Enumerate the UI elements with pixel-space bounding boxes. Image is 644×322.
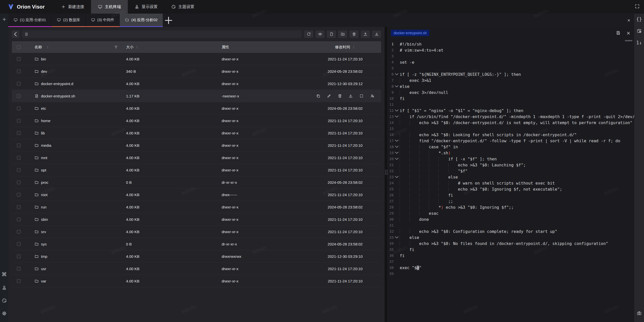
palette-icon[interactable] [2,298,7,303]
file-name[interactable]: proc [41,180,48,185]
file-name[interactable]: bin [41,57,46,61]
open-file-badge[interactable]: docker-entrypoint.sh [391,30,429,36]
file-row[interactable]: sys0 Bdr-xr-xr-x2024-05-28 23:58:02 [12,238,381,250]
brand[interactable]: Orion Visor [0,4,54,10]
file-row[interactable]: srv4.00 KBdrwxr-xr-x2021-11-24 17:20:10 [12,226,381,238]
terminal-tab[interactable]: (1) 应用-分析01 [8,14,52,27]
panel-resizer[interactable] [385,27,387,322]
file-row[interactable]: docker-entrypoint.sh1.17 KB-rwxrwxr-x [12,90,381,102]
file-row[interactable]: sbin4.00 KBdrwxr-xr-x2021-11-24 17:20:10 [12,213,381,226]
file-name[interactable]: docker-entrypoint.d [41,82,73,86]
menu-item[interactable]: 主机终端 [91,0,128,14]
preview-button[interactable] [315,30,325,38]
row-checkbox[interactable] [17,242,21,246]
file-name[interactable]: tmp [41,254,47,259]
close-panel-icon[interactable]: × [627,18,630,23]
menu-item[interactable]: 新建连接 [54,0,91,14]
fullscreen-icon[interactable] [635,4,640,9]
file-name[interactable]: home [41,119,51,123]
fold-chevron-icon[interactable] [394,71,400,77]
file-row[interactable]: tmp4.00 KBdrwxrwxrwx2021-12-30 03:29:10 [12,250,381,263]
file-name[interactable]: lib [41,131,45,135]
file-name[interactable]: usr [41,267,46,271]
command-icon[interactable]: ⌘ [2,271,7,277]
file-row[interactable]: proc0 Bdr-xr-xr-x2024-05-28 23:58:02 [12,176,381,189]
file-name[interactable]: mnt [41,156,47,160]
file-name[interactable]: etc [41,106,46,111]
file-row[interactable]: home4.00 KBdrwxr-xr-x2021-11-24 17:20:10 [12,115,381,127]
file-row[interactable]: lib4.00 KBdrwxr-xr-x2021-11-24 17:20:10 [12,127,381,139]
row-checkbox[interactable] [17,131,21,135]
file-row[interactable]: opt4.00 KBdrwxr-xr-x2021-11-24 17:20:10 [12,164,381,176]
row-checkbox[interactable] [17,119,21,123]
file-row[interactable]: dev340 Bdrwxr-xr-x2024-05-28 23:58:02 [12,65,381,78]
terminal-tab[interactable]: (2) 数据库 [52,14,86,27]
row-checkbox[interactable] [17,94,21,98]
close-editor-icon[interactable]: × [626,30,630,36]
fold-chevron-icon[interactable] [394,156,400,162]
row-checkbox[interactable] [17,144,21,147]
file-row[interactable]: var4.00 KBdrwxr-xr-x2021-11-24 17:20:10 [12,275,381,287]
row-checkbox[interactable] [17,82,21,86]
file-row[interactable]: root4.00 KBdrwx------2021-11-24 17:20:10 [12,189,381,201]
row-checkbox[interactable] [17,230,21,234]
gear-icon[interactable] [2,311,7,316]
fold-chevron-icon[interactable] [394,114,400,120]
delete-icon[interactable] [338,94,342,98]
filter-icon[interactable] [114,45,118,49]
menu-item[interactable]: 主题设置 [165,0,201,14]
sort-name-icon[interactable] [46,46,49,49]
file-name[interactable]: dev [41,69,47,74]
row-checkbox[interactable] [17,218,21,221]
delete-button[interactable] [349,30,358,38]
file-name[interactable]: opt [41,168,46,172]
file-row[interactable]: docker-entrypoint.d4.00 KBdrwxr-xr-x2021… [12,78,381,90]
editor-panel-icon[interactable] [637,28,642,33]
row-checkbox[interactable] [17,279,21,283]
file-row[interactable]: media4.00 KBdrwxr-xr-x2021-11-24 17:20:1… [12,139,381,152]
fold-chevron-icon[interactable] [394,234,400,240]
edit-icon[interactable] [327,94,331,98]
fold-chevron-icon[interactable] [394,108,400,114]
file-row[interactable]: bin4.00 KBdrwxr-xr-x2021-11-24 17:20:10 [12,53,381,65]
row-checkbox[interactable] [17,267,21,271]
permission-icon[interactable] [370,94,375,98]
file-name[interactable]: media [41,143,51,148]
back-button[interactable] [12,30,19,38]
stamp-icon[interactable] [2,285,7,290]
download-icon[interactable] [348,94,353,98]
camera-icon[interactable] [637,311,642,316]
file-name[interactable]: sbin [41,217,48,222]
fold-chevron-icon[interactable] [394,174,400,180]
copy-icon[interactable] [316,94,320,98]
file-row[interactable]: run4.00 KBdrwxr-xr-x2024-05-28 23:58:02 [12,201,381,213]
row-checkbox[interactable] [17,255,21,258]
new-connection-plus-icon[interactable] [2,17,7,22]
fold-chevron-icon[interactable] [394,138,400,144]
menu-item[interactable]: 显示设置 [128,0,165,14]
fold-chevron-icon[interactable] [394,150,400,156]
row-checkbox[interactable] [17,57,21,61]
file-row[interactable]: etc4.00 KBdrwxr-xr-x2024-05-28 23:58:02 [12,102,381,115]
code-editor[interactable]: 1#!/bin/sh2# vim:sw=4:ts=4:et34set -e56i… [387,39,634,322]
file-row[interactable]: mnt4.00 KBdrwxr-xr-x2021-11-24 17:20:10 [12,152,381,164]
save-icon[interactable] [616,30,621,35]
row-checkbox[interactable] [17,106,21,110]
file-name[interactable]: srv [41,230,46,234]
row-checkbox[interactable] [17,193,21,197]
fold-chevron-icon[interactable] [394,83,400,89]
new-tab-button[interactable] [163,14,174,27]
path-input[interactable] [22,30,302,38]
file-name[interactable]: sys [41,242,47,246]
row-checkbox[interactable] [17,69,21,73]
upload-button[interactable] [361,30,370,38]
row-checkbox[interactable] [17,205,21,209]
line-sort-icon[interactable]: 1↓ [636,40,642,45]
fold-chevron-icon[interactable] [394,144,400,150]
terminal-tab[interactable]: (4) 应用-分析02 [120,14,163,27]
row-checkbox[interactable] [17,156,21,160]
file-name[interactable]: run [41,205,47,209]
file-name[interactable]: docker-entrypoint.sh [41,94,75,98]
refresh-button[interactable] [304,30,313,38]
file-row[interactable]: usr4.00 KBdrwxr-xr-x2021-11-24 17:20:10 [12,263,381,275]
